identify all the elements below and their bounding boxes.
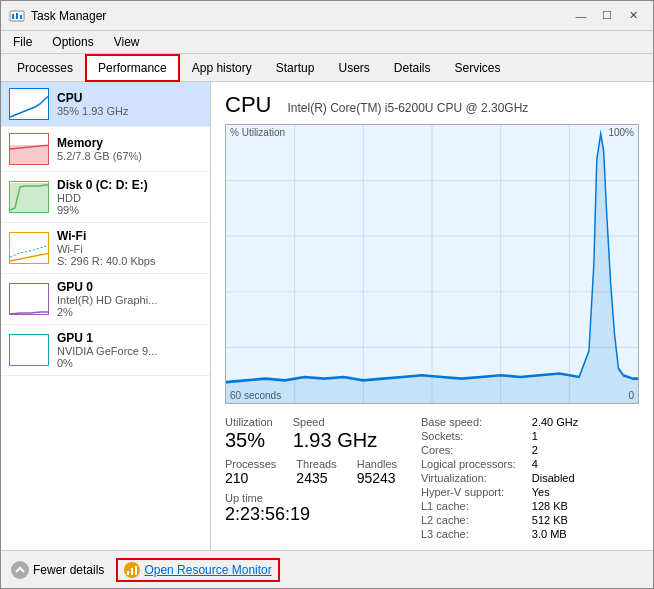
- base-speed-value: 2.40 GHz: [532, 416, 578, 428]
- cpu-title: CPU: [57, 91, 202, 105]
- speed-block: Speed 1.93 GHz: [293, 416, 377, 452]
- stats-right: Base speed: 2.40 GHz Sockets: 1 Cores: 2…: [421, 416, 578, 540]
- tab-performance[interactable]: Performance: [85, 54, 180, 82]
- tab-details[interactable]: Details: [382, 55, 443, 81]
- utilization-label: Utilization: [225, 416, 273, 428]
- gpu0-title: GPU 0: [57, 280, 202, 294]
- main-content: CPU 35% 1.93 GHz Memory 5.2/7.8 GB (67%): [1, 82, 653, 550]
- footer: Fewer details Open Resource Monitor: [1, 550, 653, 588]
- gpu0-sub1: Intel(R) HD Graphi...: [57, 294, 202, 306]
- gpu1-sub2: 0%: [57, 357, 202, 369]
- sidebar: CPU 35% 1.93 GHz Memory 5.2/7.8 GB (67%): [1, 82, 211, 550]
- l2-value: 512 KB: [532, 514, 578, 526]
- threads-block: Threads 2435: [296, 458, 336, 486]
- proc-thread-row: Processes 210 Threads 2435 Handles 95243: [225, 458, 405, 486]
- tab-bar: Processes Performance App history Startu…: [1, 54, 653, 82]
- menu-view[interactable]: View: [106, 33, 148, 51]
- l1-value: 128 KB: [532, 500, 578, 512]
- sidebar-item-disk[interactable]: Disk 0 (C: D: E:) HDD 99%: [1, 172, 210, 223]
- svg-rect-18: [135, 566, 137, 575]
- processes-label: Processes: [225, 458, 276, 470]
- menu-bar: File Options View: [1, 31, 653, 54]
- sidebar-item-memory[interactable]: Memory 5.2/7.8 GB (67%): [1, 127, 210, 172]
- tab-startup[interactable]: Startup: [264, 55, 327, 81]
- window-title: Task Manager: [31, 9, 106, 23]
- main-panel: CPU Intel(R) Core(TM) i5-6200U CPU @ 2.3…: [211, 82, 653, 550]
- close-button[interactable]: ✕: [621, 6, 645, 26]
- menu-file[interactable]: File: [5, 33, 40, 51]
- disk-title: Disk 0 (C: D: E:): [57, 178, 202, 192]
- tab-processes[interactable]: Processes: [5, 55, 85, 81]
- sidebar-item-cpu[interactable]: CPU 35% 1.93 GHz: [1, 82, 210, 127]
- svg-rect-1: [12, 14, 14, 19]
- wifi-sub1: Wi-Fi: [57, 243, 202, 255]
- resource-monitor-icon: [124, 562, 140, 578]
- processes-block: Processes 210: [225, 458, 276, 486]
- main-subtitle: Intel(R) Core(TM) i5-6200U CPU @ 2.30GHz: [287, 101, 528, 115]
- stats-left: Utilization 35% Speed 1.93 GHz Processes…: [225, 416, 405, 540]
- cpu-sub: 35% 1.93 GHz: [57, 105, 202, 117]
- maximize-button[interactable]: ☐: [595, 6, 619, 26]
- sockets-value: 1: [532, 430, 578, 442]
- app-icon: [9, 8, 25, 24]
- menu-options[interactable]: Options: [44, 33, 101, 51]
- handles-block: Handles 95243: [357, 458, 397, 486]
- uptime-block: Up time 2:23:56:19: [225, 492, 405, 525]
- hyperv-label: Hyper-V support:: [421, 486, 516, 498]
- chevron-up-icon: [13, 563, 27, 577]
- l3-label: L3 cache:: [421, 528, 516, 540]
- title-controls: — ☐ ✕: [569, 6, 645, 26]
- gpu1-thumb: [9, 334, 49, 366]
- disk-thumb: [9, 181, 49, 213]
- gpu0-thumb: [9, 283, 49, 315]
- tab-services[interactable]: Services: [443, 55, 513, 81]
- wifi-info: Wi-Fi Wi-Fi S: 296 R: 40.0 Kbps: [57, 229, 202, 267]
- handles-value: 95243: [357, 470, 397, 486]
- uptime-value: 2:23:56:19: [225, 504, 405, 525]
- title-bar-left: Task Manager: [9, 8, 106, 24]
- logical-value: 4: [532, 458, 578, 470]
- processes-value: 210: [225, 470, 276, 486]
- open-resource-monitor-button[interactable]: Open Resource Monitor: [116, 558, 279, 582]
- main-header: CPU Intel(R) Core(TM) i5-6200U CPU @ 2.3…: [225, 92, 639, 118]
- cpu-chart-svg: [226, 125, 638, 403]
- gpu1-sub1: NVIDIA GeForce 9...: [57, 345, 202, 357]
- threads-label: Threads: [296, 458, 336, 470]
- sidebar-item-wifi[interactable]: Wi-Fi Wi-Fi S: 296 R: 40.0 Kbps: [1, 223, 210, 274]
- svg-rect-16: [127, 571, 129, 575]
- hyperv-value: Yes: [532, 486, 578, 498]
- cores-label: Cores:: [421, 444, 516, 456]
- wifi-title: Wi-Fi: [57, 229, 202, 243]
- virtualization-value: Disabled: [532, 472, 578, 484]
- tab-users[interactable]: Users: [326, 55, 381, 81]
- svg-rect-17: [131, 568, 133, 575]
- sidebar-item-gpu1[interactable]: GPU 1 NVIDIA GeForce 9... 0%: [1, 325, 210, 376]
- sidebar-item-gpu0[interactable]: GPU 0 Intel(R) HD Graphi... 2%: [1, 274, 210, 325]
- title-bar: Task Manager — ☐ ✕: [1, 1, 653, 31]
- gpu1-title: GPU 1: [57, 331, 202, 345]
- tab-app-history[interactable]: App history: [180, 55, 264, 81]
- memory-sub: 5.2/7.8 GB (67%): [57, 150, 202, 162]
- gpu0-info: GPU 0 Intel(R) HD Graphi... 2%: [57, 280, 202, 318]
- memory-title: Memory: [57, 136, 202, 150]
- l2-label: L2 cache:: [421, 514, 516, 526]
- utilization-block: Utilization 35%: [225, 416, 273, 452]
- disk-info: Disk 0 (C: D: E:) HDD 99%: [57, 178, 202, 216]
- cpu-chart-area: % Utilization 100% 60 seconds 0: [225, 124, 639, 404]
- base-speed-label: Base speed:: [421, 416, 516, 428]
- cores-value: 2: [532, 444, 578, 456]
- disk-sub2: 99%: [57, 204, 202, 216]
- fewer-details-button[interactable]: Fewer details: [11, 561, 104, 579]
- main-title: CPU: [225, 92, 271, 118]
- memory-info: Memory 5.2/7.8 GB (67%): [57, 136, 202, 162]
- virtualization-label: Virtualization:: [421, 472, 516, 484]
- uptime-label: Up time: [225, 492, 405, 504]
- minimize-button[interactable]: —: [569, 6, 593, 26]
- threads-value: 2435: [296, 470, 336, 486]
- util-speed-row: Utilization 35% Speed 1.93 GHz: [225, 416, 405, 452]
- svg-rect-2: [16, 13, 18, 19]
- cpu-thumb: [9, 88, 49, 120]
- gpu0-sub2: 2%: [57, 306, 202, 318]
- fewer-details-icon: [11, 561, 29, 579]
- l1-label: L1 cache:: [421, 500, 516, 512]
